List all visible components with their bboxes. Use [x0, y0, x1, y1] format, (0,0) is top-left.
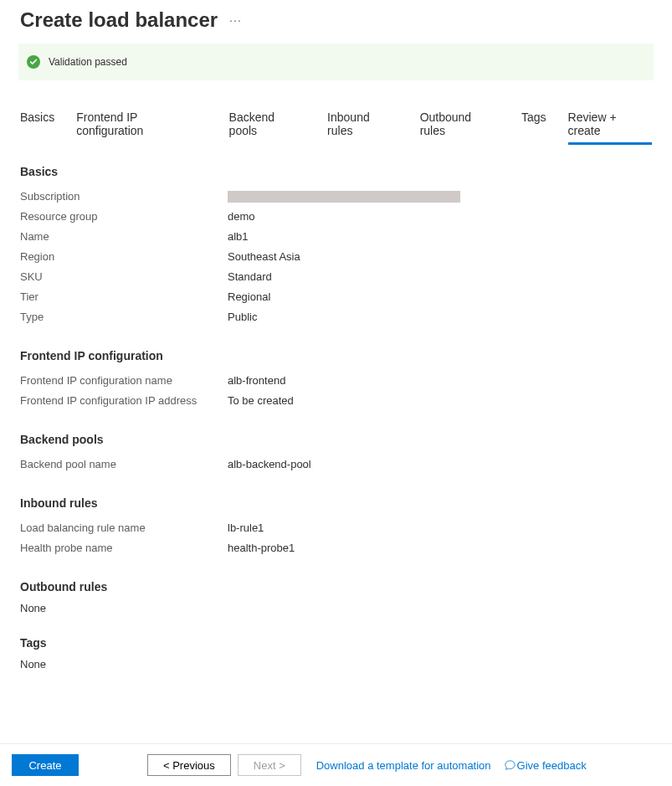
- tab-backend-pools[interactable]: Backend pools: [229, 105, 306, 145]
- previous-button[interactable]: < Previous: [147, 754, 231, 776]
- section-heading: Backend pools: [20, 433, 652, 446]
- section-tags: Tags None: [20, 636, 652, 670]
- label-tier: Tier: [20, 287, 228, 307]
- next-button: Next >: [238, 754, 301, 776]
- value-lb-rule: lb-rule1: [228, 518, 264, 538]
- value-frontend-ip: To be created: [228, 391, 294, 411]
- section-heading: Basics: [20, 165, 652, 178]
- page-title: Create load balancer: [20, 8, 218, 32]
- label-frontend-ip: Frontend IP configuration IP address: [20, 391, 228, 411]
- section-heading: Outbound rules: [20, 580, 652, 593]
- value-type: Public: [228, 307, 257, 327]
- give-feedback-link[interactable]: Give feedback: [505, 759, 587, 772]
- value-resource-group: demo: [228, 207, 255, 227]
- label-sku: SKU: [20, 267, 228, 287]
- value-sku: Standard: [228, 267, 272, 287]
- value-name: alb1: [228, 227, 249, 247]
- section-backend: Backend pools Backend pool name alb-back…: [20, 433, 652, 475]
- feedback-icon: [505, 760, 516, 771]
- tab-tags[interactable]: Tags: [521, 105, 546, 145]
- download-template-link[interactable]: Download a template for automation: [316, 759, 491, 772]
- label-region: Region: [20, 247, 228, 267]
- value-subscription-redacted: [228, 191, 460, 203]
- section-heading: Inbound rules: [20, 496, 652, 510]
- label-name: Name: [20, 227, 228, 247]
- label-health-probe: Health probe name: [20, 538, 228, 558]
- tab-outbound-rules[interactable]: Outbound rules: [420, 105, 500, 145]
- value-region: Southeast Asia: [228, 247, 300, 267]
- label-frontend-name: Frontend IP configuration name: [20, 371, 228, 391]
- label-backend-name: Backend pool name: [20, 455, 228, 475]
- section-heading: Frontend IP configuration: [20, 349, 652, 362]
- value-tier: Regional: [228, 287, 270, 307]
- tab-basics[interactable]: Basics: [20, 105, 54, 145]
- value-health-probe: health-probe1: [228, 538, 295, 558]
- validation-banner: Validation passed: [18, 44, 654, 80]
- outbound-body: None: [20, 602, 652, 614]
- footer: Create < Previous Next > Download a temp…: [0, 743, 672, 786]
- tags-body: None: [20, 658, 652, 670]
- feedback-label: Give feedback: [517, 759, 587, 772]
- label-resource-group: Resource group: [20, 207, 228, 227]
- section-inbound: Inbound rules Load balancing rule name l…: [20, 496, 652, 558]
- label-type: Type: [20, 307, 228, 327]
- label-subscription: Subscription: [20, 187, 228, 207]
- validation-text: Validation passed: [49, 56, 127, 68]
- create-button[interactable]: Create: [12, 754, 79, 776]
- label-lb-rule: Load balancing rule name: [20, 518, 228, 538]
- section-outbound: Outbound rules None: [20, 580, 652, 614]
- section-basics: Basics Subscription Resource group demo …: [20, 165, 652, 327]
- more-actions-button[interactable]: ···: [229, 13, 242, 27]
- section-frontend: Frontend IP configuration Frontend IP co…: [20, 349, 652, 411]
- tab-review-create[interactable]: Review + create: [568, 105, 652, 145]
- value-backend-name: alb-backend-pool: [228, 455, 311, 475]
- tab-frontend-ip[interactable]: Frontend IP configuration: [76, 105, 207, 145]
- check-circle-icon: [27, 55, 40, 69]
- value-frontend-name: alb-frontend: [228, 371, 285, 391]
- section-heading: Tags: [20, 636, 652, 650]
- tabs: Basics Frontend IP configuration Backend…: [0, 105, 672, 145]
- tab-inbound-rules[interactable]: Inbound rules: [327, 105, 398, 145]
